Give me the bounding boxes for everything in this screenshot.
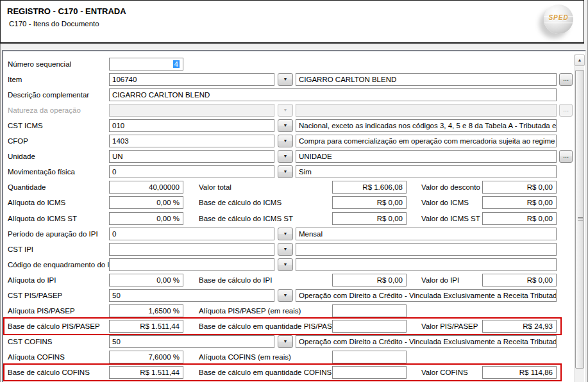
natureza-da-operacao-browse-button: ... [559, 104, 573, 117]
unidade-browse-button[interactable]: ... [559, 150, 573, 163]
base-de-calculo-do-icms-st-label: Base de cálculo do ICMS ST [199, 214, 293, 223]
valor-do-ipi-label: Valor do IPI [421, 276, 459, 285]
item-browse-button[interactable]: ... [559, 73, 573, 86]
item-input[interactable]: 106740 [109, 73, 274, 86]
cst-icms-input[interactable]: 010 [109, 119, 274, 132]
item-description[interactable]: CIGARRO CARLTON BLEND [296, 73, 557, 86]
periodo-de-apuracao-do-ipi-dropdown-button[interactable]: ▼ [278, 228, 293, 240]
aliquota-pis-pasep-em-reais-input[interactable] [332, 304, 407, 317]
base-de-calculo-do-icms-input[interactable]: R$ 0,00 [332, 196, 407, 209]
chevron-up-icon: ▲ [575, 55, 584, 65]
unidade-label: Unidade [8, 152, 35, 161]
window: { "window": { "title": "REGISTRO - C170 … [0, 0, 588, 382]
cst-ipi-dropdown-button[interactable]: ▼ [278, 243, 293, 256]
base-de-calculo-cofins-input[interactable]: R$ 1.511,44 [109, 366, 183, 379]
movimentacao-fisica-dropdown-button[interactable]: ▼ [278, 165, 293, 178]
scroll-up-button[interactable]: ▲ [575, 54, 585, 66]
valor-do-icms-st-input[interactable]: R$ 0,00 [482, 212, 557, 225]
base-de-calculo-do-icms-st-input[interactable]: R$ 0,00 [332, 212, 407, 225]
movimentacao-fisica-input[interactable]: 0 [109, 165, 274, 178]
valor-do-desconto-input[interactable]: R$ 0,00 [482, 181, 557, 194]
base-de-calculo-do-ipi-input[interactable]: R$ 0,00 [332, 274, 407, 286]
cst-icms-dropdown-button[interactable]: ▼ [278, 119, 293, 132]
periodo-de-apuracao-do-ipi-input[interactable]: 0 [109, 228, 274, 240]
cst-pis-pasep-input[interactable]: 50 [109, 289, 274, 302]
aliquota-do-icms-st-input[interactable]: 0,00 % [109, 212, 183, 225]
codigo-de-enquadramento-do-ipi-description[interactable] [296, 258, 557, 271]
cfop-input[interactable]: 1403 [109, 135, 274, 147]
cst-ipi-label: CST IPI [8, 245, 33, 254]
valor-do-desconto-label: Valor do desconto [421, 183, 480, 192]
valor-pis-pasep-input[interactable]: R$ 24,93 [482, 320, 557, 333]
aliquota-do-ipi-input[interactable]: 0,00 % [109, 274, 183, 286]
codigo-de-enquadramento-do-ipi-input[interactable] [109, 258, 274, 271]
cst-cofins-description[interactable]: Operação com Direito a Crédito - Vincula… [296, 335, 557, 348]
valor-do-icms-label: Valor do ICMS [421, 198, 469, 207]
base-de-calculo-pis-pasep-input[interactable]: R$ 1.511,44 [109, 320, 183, 333]
periodo-de-apuracao-do-ipi-description[interactable]: Mensal [296, 228, 557, 240]
base-de-calculo-em-quantidade-pis-pasep-input[interactable] [332, 320, 407, 333]
descricao-complementar-label: Descrição complementar [8, 90, 89, 99]
aliquota-do-icms-label: Alíquota do ICMS [8, 198, 65, 207]
aliquota-do-ipi-label: Alíquota do IPI [8, 276, 56, 285]
logo-text: SPED [544, 14, 573, 21]
valor-cofins-input[interactable]: R$ 114,86 [482, 366, 557, 379]
header: REGISTRO - C170 - ENTRADA C170 - Itens d… [0, 0, 584, 44]
aliquota-cofins-label: Alíquota COFINS [8, 353, 65, 361]
unidade-dropdown-button[interactable]: ▼ [278, 150, 293, 163]
cst-ipi-input[interactable] [109, 243, 274, 256]
valor-do-icms-st-label: Valor do ICMS ST [421, 214, 480, 223]
numero-sequencial-input[interactable]: 4 [109, 58, 183, 71]
quantidade-input[interactable]: 40,00000 [109, 181, 183, 194]
chevron-down-icon: ▼ [278, 336, 292, 347]
aliquota-cofins-input[interactable]: 7,6000 % [109, 351, 183, 363]
page-subtitle: C170 - Itens do Documento [9, 20, 99, 28]
ellipsis-icon: ... [560, 104, 572, 113]
chevron-down-icon: ▼ [278, 104, 292, 116]
valor-total-label: Valor total [199, 183, 231, 192]
numero-sequencial-label: Número sequencial [8, 60, 71, 69]
unidade-input[interactable]: UN [109, 150, 274, 163]
base-de-calculo-em-quantidade-cofins-label: Base de cálculo em quantidade COFINS [199, 368, 332, 377]
chevron-down-icon: ▼ [278, 74, 292, 85]
cst-icms-description[interactable]: Nacional, exceto as indicadas nos código… [296, 119, 557, 132]
natureza-da-operacao-input [109, 104, 274, 117]
cst-cofins-input[interactable]: 50 [109, 335, 274, 348]
cst-cofins-label: CST COFINS [8, 337, 52, 346]
chevron-down-icon: ▼ [278, 135, 292, 147]
codigo-de-enquadramento-do-ipi-label: Código de enquadramento do IPI [8, 260, 116, 269]
valor-do-icms-input[interactable]: R$ 0,00 [482, 196, 557, 209]
aliquota-do-icms-input[interactable]: 0,00 % [109, 196, 183, 209]
unidade-description[interactable]: UNIDADE [296, 150, 557, 163]
natureza-da-operacao-dropdown-button: ▼ [278, 104, 293, 117]
base-de-calculo-em-quantidade-cofins-input[interactable] [332, 366, 407, 379]
movimentacao-fisica-description[interactable]: Sim [296, 165, 557, 178]
cst-pis-pasep-label: CST PIS/PASEP [8, 291, 62, 300]
codigo-de-enquadramento-do-ipi-dropdown-button[interactable]: ▼ [278, 258, 293, 271]
cst-icms-label: CST ICMS [8, 121, 43, 130]
aliquota-cofins-em-reais-input[interactable] [332, 351, 407, 363]
chevron-down-icon: ▼ [278, 259, 292, 270]
selected-text: 4 [173, 60, 180, 68]
descricao-complementar-input[interactable]: CIGARRO CARLTON BLEND [109, 88, 557, 101]
chevron-down-icon: ▼ [278, 151, 292, 162]
window-left-border [0, 0, 1, 382]
cst-pis-pasep-dropdown-button[interactable]: ▼ [278, 289, 293, 302]
cst-cofins-dropdown-button[interactable]: ▼ [278, 335, 293, 348]
cst-pis-pasep-description[interactable]: Operação com Direito a Crédito - Vincula… [296, 289, 557, 302]
valor-total-input[interactable]: R$ 1.606,08 [332, 181, 407, 194]
scrollbar-thumb[interactable] [575, 70, 584, 369]
cfop-description[interactable]: Compra para comercialização em operação … [296, 135, 557, 147]
base-de-calculo-cofins-label: Base de cálculo COFINS [8, 368, 90, 377]
aliquota-cofins-em-reais-label: Alíquota COFINS (em reais) [199, 353, 291, 361]
item-label: Item [8, 75, 22, 84]
periodo-de-apuracao-do-ipi-label: Período de apuração do IPI [8, 229, 98, 238]
vertical-scrollbar[interactable]: ▲ [574, 54, 584, 382]
page-title: REGISTRO - C170 - ENTRADA [7, 6, 126, 16]
aliquota-pis-pasep-input[interactable]: 1,6500 % [109, 304, 183, 317]
item-dropdown-button[interactable]: ▼ [278, 73, 293, 86]
cst-ipi-description[interactable] [296, 243, 557, 256]
cfop-dropdown-button[interactable]: ▼ [278, 135, 293, 147]
valor-do-ipi-input[interactable]: R$ 0,00 [482, 274, 557, 286]
ellipsis-icon: ... [560, 151, 572, 160]
